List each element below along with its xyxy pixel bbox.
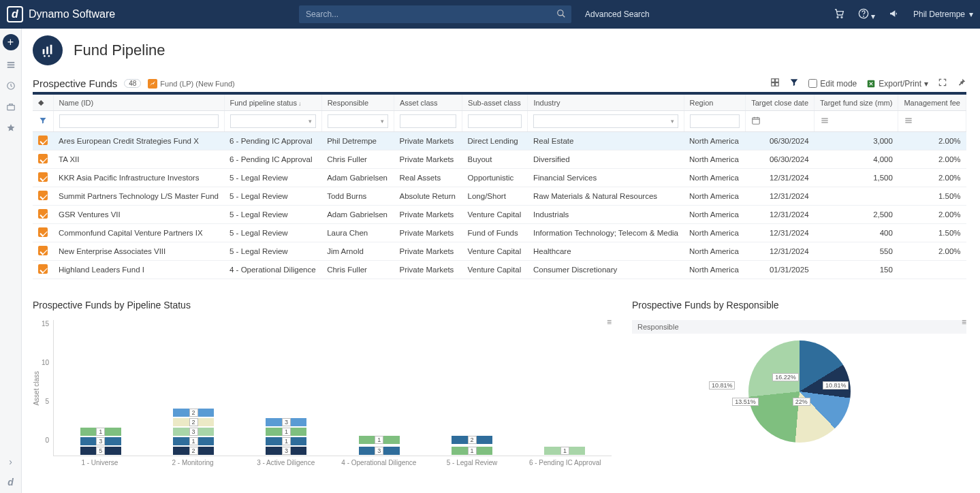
funds-table: ◆ Name (ID) Fund pipeline status↓ Respon… [33, 92, 966, 279]
pin-icon[interactable] [957, 78, 966, 89]
cell-sub-asset: Venture Capital [462, 206, 528, 224]
cell-responsible[interactable]: Jim Arnold [321, 242, 394, 261]
edit-mode-checkbox[interactable] [808, 79, 817, 88]
cell-responsible[interactable]: Laura Chen [321, 224, 394, 242]
table-row[interactable]: TA XII6 - Pending IC ApprovalChris Fulle… [33, 150, 966, 169]
table-row[interactable]: GSR Ventures VII5 - Legal ReviewAdam Gab… [33, 206, 966, 224]
table-row[interactable]: Commonfund Capital Venture Partners IX5 … [33, 224, 966, 242]
chart-sub-label: Responsible [632, 320, 966, 334]
export-button[interactable]: Export/Print ▾ [866, 79, 928, 89]
col-fund-size[interactable]: Target fund size (mm) [815, 93, 898, 111]
table-row[interactable]: Summit Partners Technology L/S Master Fu… [33, 187, 966, 206]
filter-toggle-icon[interactable] [33, 111, 53, 132]
cell-sub-asset: Direct Lending [462, 132, 528, 150]
cell-responsible[interactable]: Adam Gabrielsen [321, 206, 394, 224]
search-input[interactable] [299, 5, 571, 23]
cell-status: 5 - Legal Review [224, 169, 321, 187]
cell-name: Summit Partners Technology L/S Master Fu… [53, 187, 224, 206]
table-row[interactable]: New Enterprise Associates VIII5 - Legal … [33, 242, 966, 261]
chart-menu-icon[interactable]: ≡ [962, 317, 966, 327]
filter-responsible[interactable] [328, 114, 388, 128]
app-logo[interactable]: d Dynamo Software [7, 6, 115, 22]
cell-status: 6 - Pending IC Approval [224, 132, 321, 150]
filter-name[interactable] [59, 114, 219, 128]
filter-status[interactable] [230, 114, 316, 128]
col-status[interactable]: Fund pipeline status↓ [224, 93, 321, 111]
col-industry[interactable]: Industry [528, 93, 684, 111]
rail-expand-icon[interactable]: › [9, 456, 12, 467]
user-menu[interactable]: Phil Detrempe ▾ [913, 10, 973, 19]
x-tick-label: 2 - Monitoring [146, 456, 240, 466]
cell-fund-size: 4,000 [815, 150, 898, 169]
cell-status: 5 - Legal Review [224, 206, 321, 224]
new-fund-link[interactable]: Fund (LP) (New Fund) [148, 79, 234, 89]
bar-segment-label: 3 [96, 437, 105, 445]
fund-type-icon [38, 264, 48, 274]
table-row[interactable]: Ares European Credit Strategies Fund X6 … [33, 132, 966, 150]
bar-segment-label: 2 [468, 436, 477, 444]
filter-industry[interactable] [533, 114, 678, 128]
filter-asset[interactable] [400, 114, 456, 128]
col-sub-asset[interactable]: Sub-asset class [462, 93, 528, 111]
main-content: Fund Pipeline Prospective Funds 48 Fund … [22, 29, 980, 480]
megaphone-icon[interactable] [889, 8, 900, 21]
col-asset-class[interactable]: Asset class [394, 93, 462, 111]
bar-column[interactable]: 31 [338, 434, 420, 456]
cell-asset: Private Markets [394, 242, 462, 261]
pie-chart[interactable]: 16.22%10.81%10.81%13.51%22% [632, 340, 966, 443]
cell-responsible[interactable]: Chris Fuller [321, 150, 394, 169]
cell-responsible[interactable]: Chris Fuller [321, 261, 394, 279]
table-row[interactable]: KKR Asia Pacific Infrastructure Investor… [33, 169, 966, 187]
col-name[interactable]: Name (ID) [53, 93, 224, 111]
bar-plot[interactable]: 53121322311331121 [53, 320, 612, 456]
advanced-search-link[interactable]: Advanced Search [585, 10, 650, 19]
cell-close-date: 06/30/2024 [746, 132, 815, 150]
add-button[interactable]: + [3, 34, 19, 50]
filter-close-date[interactable] [746, 111, 815, 132]
search-icon[interactable] [556, 9, 566, 20]
col-mgmt-fee[interactable]: Management fee [898, 93, 966, 111]
cell-responsible[interactable]: Adam Gabrielsen [321, 169, 394, 187]
col-icon[interactable]: ◆ [33, 93, 53, 111]
rail-star-icon[interactable] [6, 123, 16, 135]
bar-column[interactable]: 3113 [245, 415, 327, 456]
cell-close-date: 06/30/2024 [746, 150, 815, 169]
bar-column[interactable]: 12 [431, 434, 513, 456]
bar-column[interactable]: 531 [60, 426, 142, 456]
bar-column[interactable]: 1 [524, 445, 605, 456]
bar-segment: 1 [543, 446, 586, 456]
table-row[interactable]: Highland Leaders Fund I4 - Operational D… [33, 261, 966, 279]
edit-mode-toggle[interactable]: Edit mode [808, 79, 857, 89]
cell-close-date: 01/31/2025 [746, 261, 815, 279]
x-tick-label: 5 - Legal Review [426, 456, 519, 466]
filter-mgmt-fee[interactable] [898, 111, 966, 132]
left-rail: + › d [0, 29, 22, 480]
filter-fund-size[interactable] [815, 111, 898, 132]
filter-sub-asset[interactable] [468, 114, 522, 128]
col-close-date[interactable]: Target close date [746, 93, 815, 111]
col-responsible[interactable]: Responsible [321, 93, 394, 111]
filter-region[interactable] [690, 114, 740, 128]
cell-sub-asset: Venture Capital [462, 242, 528, 261]
fullscreen-icon[interactable] [938, 78, 947, 89]
rail-briefcase-icon[interactable] [6, 102, 16, 114]
rail-clock-icon[interactable] [6, 81, 16, 93]
cart-icon[interactable] [834, 8, 844, 21]
chevron-down-icon: ▾ [924, 79, 928, 89]
svg-rect-6 [7, 62, 14, 63]
cell-responsible[interactable]: Phil Detrempe [321, 132, 394, 150]
rail-list-icon[interactable] [6, 60, 16, 71]
cell-status: 5 - Legal Review [224, 224, 321, 242]
layout-icon[interactable] [770, 78, 780, 89]
bar-column[interactable]: 21322 [153, 407, 234, 456]
bar-segment-label: 5 [96, 447, 105, 455]
rail-logo-icon[interactable]: d [7, 477, 14, 480]
global-search [299, 5, 571, 23]
cell-responsible[interactable]: Todd Burns [321, 187, 394, 206]
col-region[interactable]: Region [684, 93, 746, 111]
filter-icon[interactable] [789, 78, 799, 89]
help-icon[interactable]: ▾ [858, 8, 875, 21]
app-name: Dynamo Software [29, 8, 115, 20]
cell-region: North America [684, 242, 746, 261]
fund-type-icon [38, 172, 48, 182]
